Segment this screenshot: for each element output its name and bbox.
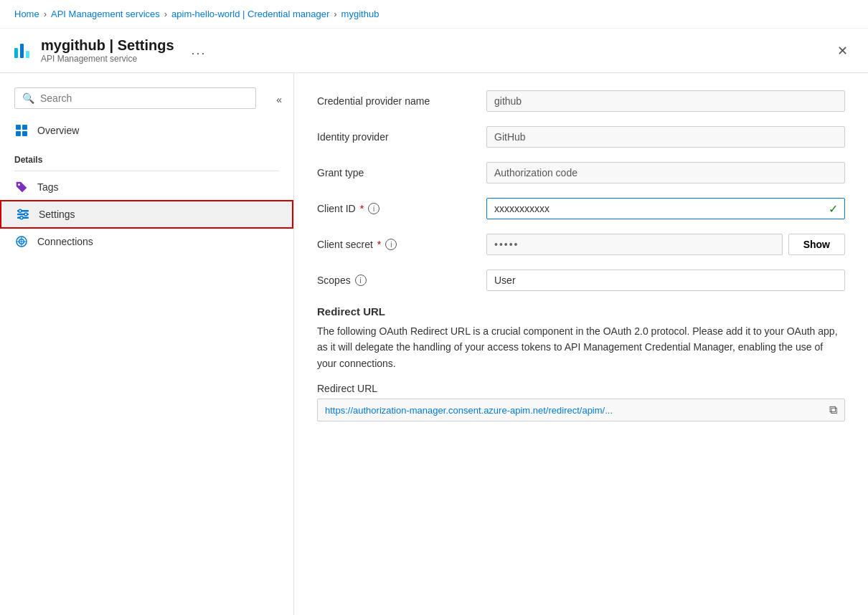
sidebar-item-overview-label: Overview	[37, 125, 79, 136]
label-identity-provider: Identity provider	[317, 131, 475, 143]
label-client-secret: Client secret * i	[317, 239, 475, 250]
service-logo	[14, 44, 29, 58]
copy-icon[interactable]: ⧉	[829, 404, 837, 416]
sidebar: 🔍 « Overview Details	[0, 73, 294, 615]
svg-point-8	[19, 209, 22, 212]
logo-bar-2	[20, 44, 24, 58]
check-icon: ✓	[829, 202, 838, 216]
sidebar-item-connections-label: Connections	[37, 236, 93, 247]
sidebar-item-tags[interactable]: Tags	[0, 174, 293, 200]
settings-icon	[16, 207, 30, 221]
page-title-block: mygithub | Settings API Management servi…	[41, 37, 174, 64]
svg-rect-0	[16, 125, 21, 130]
required-star-client-id: *	[360, 203, 364, 214]
redirect-url-box: https://authorization-manager.consent.az…	[317, 399, 845, 421]
label-scopes: Scopes i	[317, 275, 475, 286]
breadcrumb-credential-manager[interactable]: apim-hello-world | Credential manager	[171, 9, 329, 19]
svg-point-10	[20, 216, 23, 219]
redirect-section-title: Redirect URL	[317, 305, 845, 318]
connections-icon	[14, 234, 29, 249]
form-row-provider-name: Credential provider name	[317, 90, 845, 112]
input-identity-provider	[486, 126, 845, 148]
client-secret-input-wrapper: Show	[486, 234, 845, 255]
search-input[interactable]	[40, 92, 248, 104]
search-box[interactable]: 🔍	[14, 87, 256, 109]
breadcrumb: Home › API Management services › apim-he…	[0, 0, 868, 29]
info-icon-scopes[interactable]: i	[355, 275, 367, 286]
sidebar-item-tags-label: Tags	[37, 181, 59, 193]
form-row-identity-provider: Identity provider	[317, 126, 845, 148]
input-grant-type	[486, 162, 845, 183]
collapse-button[interactable]: «	[270, 90, 288, 110]
search-row: 🔍 «	[0, 82, 293, 118]
breadcrumb-mygithub[interactable]: mygithub	[341, 9, 379, 19]
redirect-label: Redirect URL	[317, 383, 845, 394]
sidebar-item-settings-label: Settings	[39, 209, 75, 220]
main-layout: 🔍 « Overview Details	[0, 73, 868, 615]
form-row-scopes: Scopes i	[317, 270, 845, 291]
close-button[interactable]: ✕	[831, 40, 854, 62]
input-scopes[interactable]	[486, 270, 845, 291]
label-client-id: Client ID * i	[317, 203, 475, 214]
logo-bars-icon	[14, 44, 29, 58]
redirect-url-text: https://authorization-manager.consent.az…	[325, 405, 824, 416]
svg-point-9	[24, 213, 27, 216]
input-client-id[interactable]	[486, 198, 845, 219]
info-icon-client-id[interactable]: i	[368, 203, 379, 214]
overview-icon	[14, 123, 29, 138]
svg-rect-3	[22, 131, 27, 136]
svg-rect-1	[22, 125, 27, 130]
input-provider-name	[486, 90, 845, 112]
label-provider-name: Credential provider name	[317, 95, 475, 107]
nav-divider	[14, 171, 279, 171]
required-star-client-secret: *	[377, 239, 381, 250]
tags-icon	[14, 180, 29, 194]
logo-bar-3	[26, 51, 29, 58]
svg-rect-2	[16, 131, 21, 136]
search-icon: 🔍	[22, 92, 34, 104]
main-content: Credential provider name Identity provid…	[294, 73, 868, 615]
input-client-secret[interactable]	[486, 234, 783, 255]
show-secret-button[interactable]: Show	[788, 234, 845, 255]
redirect-section-desc: The following OAuth Redirect URL is a cr…	[317, 323, 845, 371]
form-row-client-secret: Client secret * i Show	[317, 234, 845, 255]
page-subtitle: API Management service	[41, 54, 174, 64]
breadcrumb-home[interactable]: Home	[14, 9, 39, 19]
details-section-label: Details	[0, 143, 293, 168]
logo-bar-1	[14, 48, 18, 58]
info-icon-client-secret[interactable]: i	[385, 239, 397, 250]
more-options-button[interactable]: ...	[192, 43, 207, 58]
page-header: mygithub | Settings API Management servi…	[0, 29, 868, 73]
breadcrumb-api-management[interactable]: API Management services	[51, 9, 160, 19]
svg-point-4	[18, 183, 20, 186]
sidebar-item-overview[interactable]: Overview	[0, 118, 293, 143]
page-title: mygithub | Settings	[41, 37, 174, 54]
label-grant-type: Grant type	[317, 167, 475, 178]
sidebar-item-connections[interactable]: Connections	[0, 229, 293, 254]
form-row-client-id: Client ID * i ✓	[317, 198, 845, 219]
form-row-grant-type: Grant type	[317, 162, 845, 183]
sidebar-item-settings[interactable]: Settings	[0, 200, 293, 229]
client-id-input-wrapper: ✓	[486, 198, 845, 219]
